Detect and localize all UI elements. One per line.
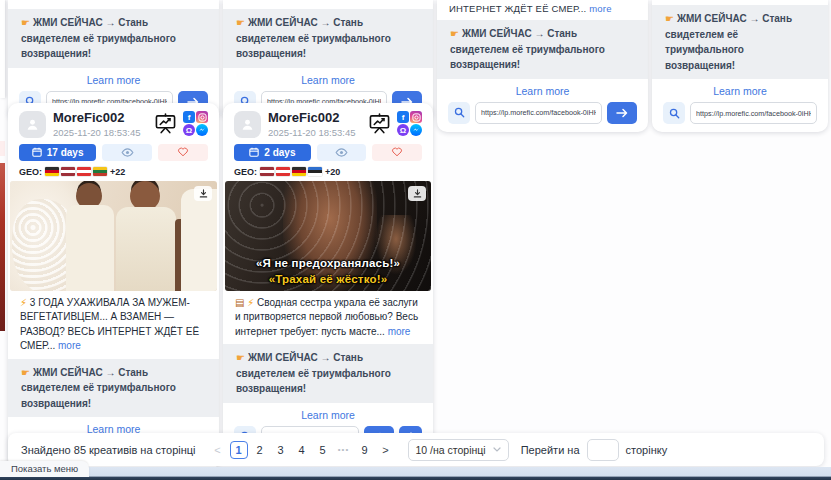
cta-text-box: ☛ЖМИ СЕЙЧАС → Стань свидетелем её триумф… <box>223 9 433 68</box>
offscreen-card-sliver <box>0 0 5 98</box>
open-url-button[interactable] <box>607 102 637 124</box>
geo-row: GEO: +20 <box>234 167 422 177</box>
days-active-button[interactable]: 2 days <box>234 144 311 161</box>
cta-text: ЖМИ СЕЙЧАС → Стань свидетелем её триумфа… <box>236 352 391 394</box>
messenger-icon <box>410 124 422 136</box>
advertiser-info: MoreFic002 2025-11-20 18:53:45 <box>53 111 141 139</box>
action-buttons: 2 days <box>234 144 422 161</box>
goto-suffix: сторінку <box>626 444 668 456</box>
offscreen-heart-pill-sliver <box>0 141 5 156</box>
page-button-4[interactable]: 4 <box>293 441 311 459</box>
advertiser-info: MoreFic002 2025-11-20 18:53:45 <box>268 111 356 139</box>
facebook-icon: f <box>183 111 195 123</box>
placements-icons: f Ω <box>397 111 422 136</box>
favorite-button[interactable] <box>158 144 208 161</box>
cta-text-box: ☛ЖМИ СЕЙЧАС → Стань свидетелем её триумф… <box>8 359 219 418</box>
url-row <box>663 102 817 124</box>
flag-at <box>77 167 91 176</box>
page-button-1[interactable]: 1 <box>230 441 248 459</box>
creative-body-text: ▤ ⚡ Сводная сестра украла её заслуги и п… <box>234 296 422 340</box>
prev-page-button[interactable]: < <box>209 441 227 459</box>
bolt-icon: ⚡ <box>247 297 254 308</box>
chevron-down-icon <box>493 447 501 452</box>
more-link[interactable]: more <box>388 326 411 337</box>
arrow-right-icon <box>616 108 628 118</box>
flag-lt <box>93 167 107 176</box>
ad-board-icon <box>154 113 177 134</box>
instagram-icon <box>410 111 422 123</box>
cta-text-box: ☛ЖМИ СЕЙЧАС → Стань свидетелем её триумф… <box>652 5 828 79</box>
creative-datetime: 2025-11-20 18:53:45 <box>268 128 356 139</box>
person-icon <box>25 117 40 132</box>
header-icons: f Ω <box>368 111 422 136</box>
page-size-value: 10 /на сторінці <box>416 444 486 456</box>
creative-card-1: MoreFic002 2025-11-20 18:53:45 f Ω 17 da… <box>8 103 219 470</box>
days-label: 2 days <box>264 147 295 158</box>
geo-label: GEO: <box>234 167 257 177</box>
advertiser-name: MoreFic002 <box>268 111 356 126</box>
creative-datetime: 2025-11-20 18:53:45 <box>53 128 141 139</box>
goto-page-input[interactable] <box>587 439 619 461</box>
landing-url-input[interactable] <box>690 102 817 124</box>
geo-label: GEO: <box>19 167 42 177</box>
footer-strip <box>0 467 831 480</box>
flag-lv <box>61 167 75 176</box>
goto-label: Перейти на <box>521 444 580 456</box>
page-button-3[interactable]: 3 <box>272 441 290 459</box>
pointing-hand-icon: ☛ <box>236 352 245 363</box>
download-image-button[interactable] <box>408 186 426 201</box>
ad-board-icon <box>368 113 391 134</box>
show-menu-tab[interactable]: Показать меню <box>0 461 89 477</box>
search-icon[interactable] <box>448 102 470 124</box>
cta-text-box: ☛ЖМИ СЕЙЧАС → Стань свидетелем её триумф… <box>223 344 433 403</box>
heart-icon <box>391 147 403 157</box>
download-icon <box>199 189 208 198</box>
learn-more-link[interactable]: Learn more <box>234 409 422 421</box>
man-right-shirt <box>181 189 217 291</box>
header-icons: f Ω <box>154 111 208 136</box>
page-button-2[interactable]: 2 <box>251 441 269 459</box>
learn-more-link[interactable]: Learn more <box>663 85 817 97</box>
cta-text-box: ☛ЖМИ СЕЙЧАС → Стань свидетелем её триумф… <box>437 20 648 79</box>
views-button[interactable] <box>317 144 367 161</box>
page-button-5[interactable]: 5 <box>314 441 332 459</box>
search-icon[interactable] <box>663 102 685 124</box>
creative-card-2: MoreFic002 2025-11-20 18:53:45 f Ω 2 day… <box>223 103 433 456</box>
cta-text: ЖМИ СЕЙЧАС → Стань свидетелем её триумфа… <box>21 17 176 59</box>
avatar <box>234 111 261 138</box>
pointing-hand-icon: ☛ <box>236 17 245 28</box>
creative-image-wedding[interactable] <box>10 181 217 291</box>
page-size-select[interactable]: 10 /на сторінці <box>408 439 509 461</box>
favorite-button[interactable] <box>372 144 422 161</box>
geo-flags <box>45 167 107 176</box>
days-active-button[interactable]: 17 days <box>19 144 96 161</box>
landing-url-input[interactable] <box>475 102 602 124</box>
more-link[interactable]: more <box>589 3 611 14</box>
truncated-body-text: ИНТЕРНЕТ ЖДЁТ ЕЁ СМЕР... more <box>448 0 637 15</box>
learn-more-link[interactable]: Learn more <box>448 85 637 97</box>
views-button[interactable] <box>102 144 152 161</box>
cta-text: ЖМИ СЕЙЧАС → Стань свидетелем её триумфа… <box>450 28 605 70</box>
card-header: MoreFic002 2025-11-20 18:53:45 f Ω <box>234 103 422 139</box>
creative-image-dark[interactable]: «Я не предохранялась!» «Трахай её жёстко… <box>225 181 431 291</box>
learn-more-link[interactable]: Learn more <box>19 74 208 86</box>
geo-row: GEO: +22 <box>19 167 208 177</box>
geo-flags <box>260 167 322 176</box>
offscreen-creative-image-sliver <box>0 163 5 331</box>
pager: < 12345•••9 > <box>209 441 395 459</box>
pointing-hand-icon: ☛ <box>665 13 674 24</box>
download-icon <box>413 189 422 198</box>
messenger-icon <box>196 124 208 136</box>
cta-text: ЖМИ СЕЙЧАС → Стань свидетелем её триумфа… <box>21 367 176 409</box>
pointing-hand-icon: ☛ <box>21 367 30 378</box>
cta-text: ЖМИ СЕЙЧАС → Стань свидетелем её триумфа… <box>665 13 792 71</box>
ad-card-top-4: ☛ЖМИ СЕЙЧАС → Стань свидетелем её триумф… <box>652 0 828 132</box>
audience-network-icon: Ω <box>183 124 195 136</box>
page-button-9[interactable]: 9 <box>356 441 374 459</box>
more-link[interactable]: more <box>58 340 81 351</box>
results-count-text: Знайдено 85 креативів на сторінці <box>21 444 196 456</box>
calendar-icon <box>249 147 259 157</box>
download-image-button[interactable] <box>194 186 212 201</box>
next-page-button[interactable]: > <box>377 441 395 459</box>
learn-more-link[interactable]: Learn more <box>234 74 422 86</box>
